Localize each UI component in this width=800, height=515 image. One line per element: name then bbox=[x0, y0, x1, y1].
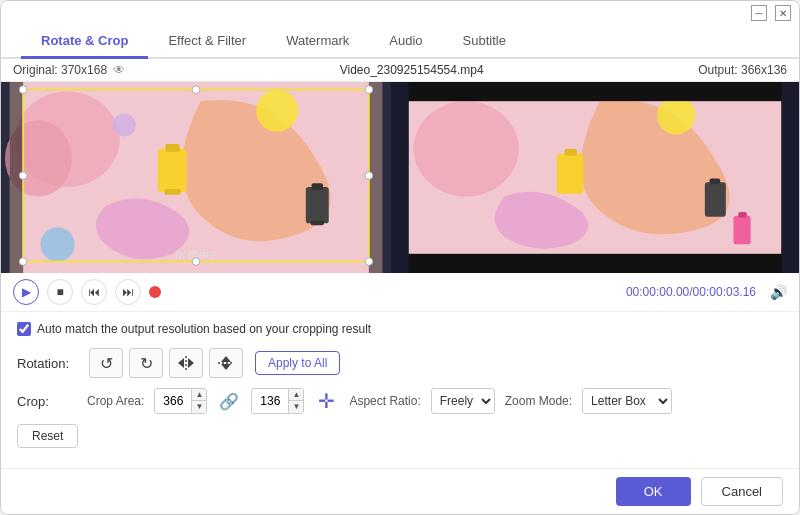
svg-point-23 bbox=[365, 258, 373, 266]
auto-match-row: Auto match the output resolution based o… bbox=[17, 322, 783, 336]
close-button[interactable]: ✕ bbox=[775, 5, 791, 21]
tab-bar: Rotate & Crop Effect & Filter Watermark … bbox=[1, 25, 799, 59]
time-display: 00:00:00.00/00:00:03.16 bbox=[626, 285, 756, 299]
rotate-ccw-button[interactable]: ↺ bbox=[89, 348, 123, 378]
crop-center-icon[interactable]: ✛ bbox=[318, 389, 335, 413]
auto-match-checkbox[interactable] bbox=[17, 322, 31, 336]
rotate-cw-button[interactable]: ↻ bbox=[129, 348, 163, 378]
svg-point-21 bbox=[19, 258, 27, 266]
crop-height-input-group: 136 ▲ ▼ bbox=[251, 388, 304, 414]
svg-rect-11 bbox=[311, 220, 324, 225]
eye-icon[interactable]: 👁 bbox=[113, 63, 125, 77]
svg-rect-33 bbox=[738, 212, 747, 218]
apply-to-all-button[interactable]: Apply to All bbox=[255, 351, 340, 375]
record-indicator bbox=[149, 286, 161, 298]
crop-width-down[interactable]: ▼ bbox=[192, 401, 206, 413]
playback-controls: ▶ ■ ⏮ ⏭ 00:00:00.00/00:00:03.16 🔊 bbox=[1, 273, 799, 312]
aspect-ratio-select[interactable]: Freely 16:9 4:3 1:1 9:16 bbox=[431, 388, 495, 414]
svg-rect-31 bbox=[710, 178, 721, 184]
svg-point-18 bbox=[365, 86, 373, 94]
svg-rect-30 bbox=[705, 182, 726, 216]
tab-subtitle[interactable]: Subtitle bbox=[443, 25, 526, 59]
svg-rect-6 bbox=[158, 149, 187, 192]
svg-rect-10 bbox=[312, 183, 323, 190]
original-label: Original: 370x168 bbox=[13, 63, 107, 77]
link-icon: 🔗 bbox=[219, 392, 239, 411]
svg-point-19 bbox=[19, 172, 27, 180]
options-area: Auto match the output resolution based o… bbox=[1, 312, 799, 468]
crop-height-up[interactable]: ▲ bbox=[289, 389, 303, 401]
crop-height-input[interactable]: 136 bbox=[252, 392, 288, 410]
preview-area: hi there bbox=[1, 82, 799, 273]
filename-label: Video_230925154554.mp4 bbox=[125, 63, 698, 77]
svg-point-17 bbox=[192, 86, 200, 94]
minimize-button[interactable]: ─ bbox=[751, 5, 767, 21]
output-label: Output: 366x136 bbox=[698, 63, 787, 77]
volume-icon[interactable]: 🔊 bbox=[770, 284, 787, 300]
flip-vertical-button[interactable] bbox=[209, 348, 243, 378]
flip-horizontal-button[interactable] bbox=[169, 348, 203, 378]
preview-info-bar: Original: 370x168 👁 Video_230925154554.m… bbox=[1, 59, 799, 82]
preview-left: hi there bbox=[1, 82, 391, 273]
svg-marker-37 bbox=[178, 358, 184, 368]
forward-button[interactable]: ⏭ bbox=[115, 279, 141, 305]
preview-right bbox=[391, 82, 799, 273]
svg-rect-28 bbox=[557, 154, 584, 194]
zoom-mode-label: Zoom Mode: bbox=[505, 394, 572, 408]
svg-point-3 bbox=[256, 90, 298, 132]
ok-button[interactable]: OK bbox=[616, 477, 691, 506]
svg-marker-40 bbox=[221, 356, 231, 362]
crop-height-spin: ▲ ▼ bbox=[288, 389, 303, 413]
svg-point-27 bbox=[657, 96, 695, 134]
tab-rotate-crop[interactable]: Rotate & Crop bbox=[21, 25, 148, 59]
rotation-row: Rotation: ↺ ↻ bbox=[17, 348, 783, 378]
play-button[interactable]: ▶ bbox=[13, 279, 39, 305]
svg-marker-38 bbox=[188, 358, 194, 368]
auto-match-label: Auto match the output resolution based o… bbox=[37, 322, 371, 336]
rotation-label: Rotation: bbox=[17, 356, 77, 371]
rotation-buttons: ↺ ↻ bbox=[89, 348, 243, 378]
tab-effect-filter[interactable]: Effect & Filter bbox=[148, 25, 266, 59]
reset-button[interactable]: Reset bbox=[17, 424, 78, 448]
crop-width-input-group: 366 ▲ ▼ bbox=[154, 388, 207, 414]
rewind-button[interactable]: ⏮ bbox=[81, 279, 107, 305]
zoom-mode-select[interactable]: Letter Box Pan & Scan Full bbox=[582, 388, 672, 414]
svg-point-5 bbox=[113, 114, 136, 137]
tab-audio[interactable]: Audio bbox=[369, 25, 442, 59]
stop-button[interactable]: ■ bbox=[47, 279, 73, 305]
right-preview-svg bbox=[391, 82, 799, 273]
reset-row: Reset bbox=[17, 424, 783, 448]
svg-rect-35 bbox=[409, 254, 781, 273]
titlebar: ─ ✕ bbox=[1, 1, 799, 25]
crop-width-input[interactable]: 366 bbox=[155, 392, 191, 410]
crop-row: Crop: Crop Area: 366 ▲ ▼ 🔗 136 ▲ ▼ bbox=[17, 388, 783, 414]
svg-point-4 bbox=[40, 227, 74, 261]
crop-area-label: Crop Area: bbox=[87, 394, 144, 408]
svg-rect-9 bbox=[306, 187, 329, 223]
svg-point-22 bbox=[192, 258, 200, 266]
left-preview-svg: hi there bbox=[1, 82, 391, 273]
svg-point-16 bbox=[19, 86, 27, 94]
cancel-button[interactable]: Cancel bbox=[701, 477, 783, 506]
crop-width-up[interactable]: ▲ bbox=[192, 389, 206, 401]
aspect-ratio-label: Aspect Ratio: bbox=[349, 394, 420, 408]
crop-label: Crop: bbox=[17, 394, 77, 409]
svg-marker-41 bbox=[221, 364, 231, 370]
svg-rect-8 bbox=[164, 189, 180, 195]
svg-rect-29 bbox=[564, 149, 576, 156]
tab-watermark[interactable]: Watermark bbox=[266, 25, 369, 59]
svg-rect-7 bbox=[165, 144, 179, 152]
crop-height-down[interactable]: ▼ bbox=[289, 401, 303, 413]
svg-rect-34 bbox=[409, 82, 781, 101]
bottom-bar: OK Cancel bbox=[1, 468, 799, 514]
svg-point-26 bbox=[414, 101, 519, 197]
crop-width-spin: ▲ ▼ bbox=[191, 389, 206, 413]
svg-rect-32 bbox=[733, 216, 750, 245]
main-window: ─ ✕ Rotate & Crop Effect & Filter Waterm… bbox=[0, 0, 800, 515]
svg-point-20 bbox=[365, 172, 373, 180]
